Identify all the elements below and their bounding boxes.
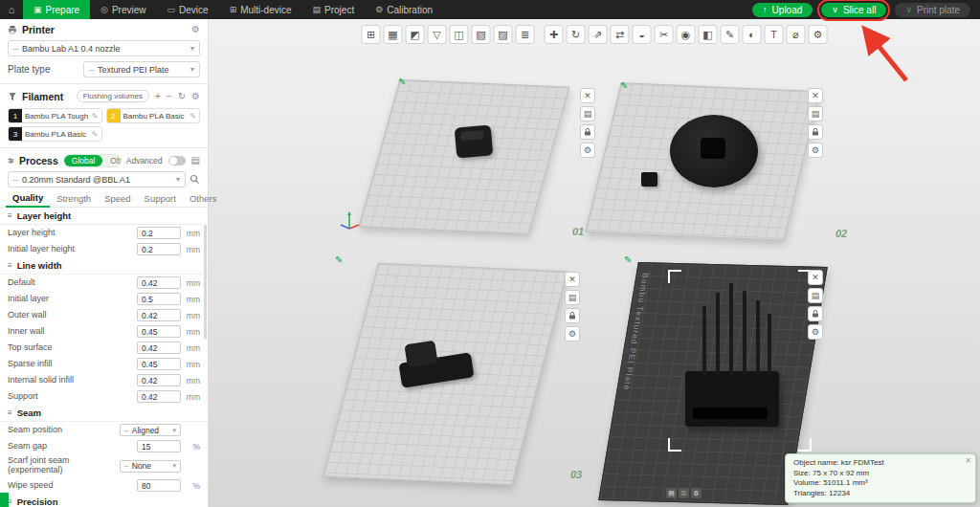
rotate-icon[interactable]: ↻ — [567, 25, 586, 44]
process-preset-select[interactable]: – 0.20mm Standard @BBL A1 ▾ — [8, 171, 186, 187]
add-plate-icon[interactable]: ⊞ — [362, 25, 381, 44]
delete-plate-icon[interactable]: ✕ — [580, 88, 595, 103]
tab-prepare[interactable]: ▣Prepare — [23, 0, 90, 19]
filament-item-3[interactable]: 3 Bambu PLA Basic ✎ — [8, 126, 102, 142]
viewport[interactable]: ⊞ ▦ ◩ ▽ ◫ ▧ ▨ ≣ ✚ ↻ ⇗ ⇄ ◒ ✂ ◉ ◧ ✎ ◐ T ⌀ … — [209, 19, 980, 507]
flatten-icon[interactable]: ▽ — [428, 25, 447, 44]
lock-plate-icon[interactable] — [808, 124, 823, 140]
support-painting-icon[interactable]: ✎ — [721, 25, 740, 44]
lock-plate-icon[interactable]: ⚿ — [679, 488, 689, 498]
text-tool-icon[interactable]: T — [765, 25, 784, 44]
split-to-parts-icon[interactable]: ▨ — [494, 25, 513, 44]
sync-filament-icon[interactable]: ↻ — [178, 91, 186, 101]
filament-1-color-chip[interactable]: 1 — [9, 109, 22, 122]
remove-filament-icon[interactable]: − — [167, 91, 172, 101]
section-layer-height[interactable]: ≡Layer height — [0, 208, 208, 225]
param-input[interactable]: 0.5 — [137, 293, 181, 305]
scope-objects[interactable]: Objects — [102, 155, 121, 166]
param-input[interactable]: 0.42 — [137, 342, 181, 354]
close-icon[interactable]: ✕ — [965, 456, 971, 467]
duplicate-icon[interactable]: ◫ — [450, 25, 469, 44]
scope-global[interactable]: Global — [64, 155, 103, 166]
variable-layer-height-icon[interactable]: ≣ — [516, 25, 535, 44]
param-table-icon[interactable]: ▤ — [191, 155, 200, 165]
edit-plate-name-icon[interactable]: ✎ — [398, 77, 406, 87]
move-icon[interactable]: ✚ — [545, 25, 564, 44]
plate-gear-icon[interactable]: ⚙ — [580, 143, 595, 158]
tab-support[interactable]: Support — [138, 193, 183, 207]
edit-filament-icon[interactable]: ✎ — [92, 130, 99, 139]
plate-gear-icon[interactable]: ⚙ — [808, 143, 823, 158]
edit-plate-name-icon[interactable]: ✎ — [620, 80, 628, 91]
mesh-boolean-icon[interactable]: ◉ — [677, 25, 696, 44]
delete-plate-icon[interactable]: ✕ — [808, 270, 823, 285]
sidebar-scrollbar[interactable] — [204, 225, 207, 340]
tab-strength[interactable]: Strength — [50, 193, 98, 207]
param-input[interactable]: 0.42 — [137, 374, 181, 386]
plate-gear-icon[interactable]: ⚙ — [565, 326, 580, 342]
param-input[interactable]: 0.42 — [137, 276, 181, 289]
filament-2-color-chip[interactable]: 2 — [107, 109, 121, 122]
assembly-icon[interactable]: ⚙ — [809, 25, 828, 44]
edit-plate-name-icon[interactable]: ✎ — [624, 254, 632, 265]
model-object-3b[interactable] — [404, 341, 437, 368]
print-plate-button[interactable]: ∨Print plate — [895, 3, 970, 17]
home-button[interactable]: ⌂ — [0, 0, 23, 19]
param-input[interactable]: 0.2 — [137, 243, 181, 255]
measure-icon[interactable]: ⌀ — [787, 25, 806, 44]
slice-all-button[interactable]: ∨Slice all — [821, 3, 886, 17]
delete-plate-icon[interactable]: ✕ — [565, 272, 580, 287]
param-input[interactable]: 15 — [137, 440, 181, 452]
edit-plate-name-icon[interactable]: ✎ — [335, 254, 343, 265]
printer-settings-icon[interactable]: ⚙ — [191, 24, 200, 34]
section-line-width[interactable]: ≡Line width — [0, 257, 208, 275]
model-object-2[interactable] — [670, 115, 758, 187]
plate-gear-icon[interactable]: ⚙ — [808, 324, 823, 340]
filament-settings-icon[interactable]: ⚙ — [191, 91, 200, 101]
section-precision[interactable]: ≡Precision — [0, 494, 208, 507]
plate-settings-icon[interactable]: ▤ — [565, 290, 580, 305]
tab-device[interactable]: ▭Device — [157, 0, 219, 19]
plate-settings-icon[interactable]: ▤ — [808, 106, 823, 121]
lay-on-face-icon[interactable]: ◒ — [633, 25, 652, 44]
process-scope-toggle[interactable]: Global Objects — [63, 154, 122, 167]
tab-calibration[interactable]: ⚙Calibration — [365, 0, 443, 19]
filament-item-1[interactable]: 1 Bambu PLA Tough ✎ — [8, 108, 102, 123]
cut-icon[interactable]: ✂ — [655, 25, 674, 44]
param-input[interactable]: 0.2 — [137, 227, 181, 239]
edit-filament-icon[interactable]: ✎ — [189, 112, 196, 121]
edit-filament-icon[interactable]: ✎ — [92, 112, 99, 121]
tab-multi-device[interactable]: ⊞Multi-device — [219, 0, 302, 19]
tab-quality[interactable]: Quality — [6, 192, 50, 208]
filament-item-2[interactable]: 2 Bambu PLA Basic ✎ — [106, 108, 201, 123]
auto-orient-icon[interactable]: ◩ — [406, 25, 425, 44]
seam-position-select[interactable]: –Aligned▾ — [120, 424, 181, 436]
model-object-1[interactable] — [455, 124, 494, 158]
plate-type-select[interactable]: – Textured PEI Plate ▾ — [83, 61, 200, 77]
plate-gear-icon[interactable]: ⚙ — [691, 488, 702, 498]
param-input[interactable]: 80 — [137, 479, 181, 492]
delete-plate-icon[interactable]: ✕ — [808, 88, 823, 103]
split-to-objects-icon[interactable]: ▧ — [472, 25, 491, 44]
search-icon[interactable] — [189, 174, 200, 185]
model-object-2b[interactable] — [641, 172, 657, 187]
seam-painting-icon[interactable]: ◐ — [743, 25, 762, 44]
section-seam[interactable]: ≡Seam — [0, 405, 208, 422]
tab-preview[interactable]: ◎Preview — [90, 0, 156, 19]
plate-settings-icon[interactable]: ▤ — [666, 488, 677, 498]
filament-3-color-chip[interactable]: 3 — [9, 127, 22, 141]
param-input[interactable]: 0.45 — [137, 358, 181, 370]
flushing-volumes-button[interactable]: Flushing volumes — [77, 90, 149, 102]
scarf-joint-select[interactable]: –None▾ — [120, 460, 181, 473]
param-input[interactable]: 0.42 — [137, 309, 181, 321]
lock-plate-icon[interactable] — [808, 306, 823, 321]
tab-speed[interactable]: Speed — [98, 193, 137, 207]
printer-preset-select[interactable]: – Bambu Lab A1 0.4 nozzle ▾ — [8, 40, 200, 56]
param-input[interactable]: 0.45 — [137, 325, 181, 338]
mirror-icon[interactable]: ⇄ — [611, 25, 630, 44]
color-painting-icon[interactable]: ◧ — [699, 25, 718, 44]
arrange-all-icon[interactable]: ▦ — [384, 25, 403, 44]
lock-plate-icon[interactable] — [565, 308, 580, 323]
tab-others[interactable]: Others — [183, 193, 224, 207]
scale-icon[interactable]: ⇗ — [589, 25, 608, 44]
